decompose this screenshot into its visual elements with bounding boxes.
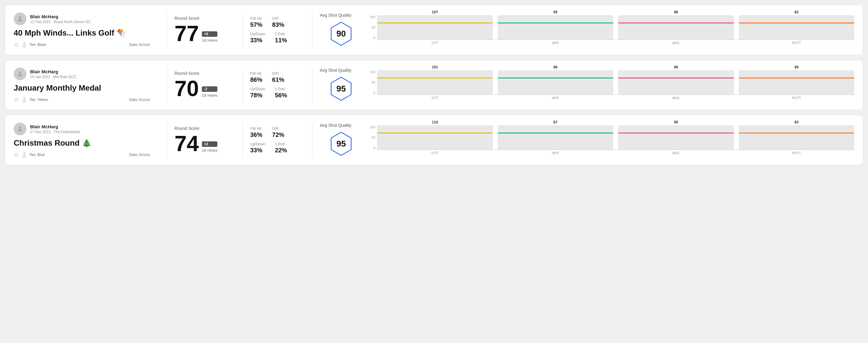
stats-section: FW Hit 36% GIR 72% Up/Down 33% 1 Putt 22… (250, 126, 305, 154)
quality-label: Avg Shot Quality (320, 13, 351, 18)
data-source: Data: Arccos (129, 42, 150, 47)
section-divider-2 (243, 12, 243, 48)
section-divider-3 (312, 123, 313, 157)
tee-info: Tee: Blue Data: Arccos (14, 152, 150, 157)
score-label: Round Score (175, 126, 235, 131)
weather-icon (14, 97, 19, 102)
section-divider-2 (243, 67, 243, 102)
score-row: 77 +5 18 Holes (175, 23, 235, 44)
quality-section: Avg Shot Quality 95 (320, 123, 363, 157)
oneputt-value: 11% (275, 37, 287, 44)
fw-hit-stat: FW Hit 57% (250, 17, 262, 28)
svg-point-2 (19, 71, 21, 74)
bar-group: 95 (618, 120, 734, 150)
oneputt-label: 1 Putt (275, 32, 287, 36)
section-divider-3 (312, 67, 313, 102)
hexagon-container: 90 (328, 20, 355, 48)
round-title: 40 Mph Winds... Links Golf 🪁 (14, 28, 150, 38)
updown-value: 33% (250, 147, 265, 154)
player-info: Blair McHarg 12 Feb 2022 · Royal North D… (14, 12, 150, 25)
player-date-course: 27 Dec 2021 · The Oxfordshire (30, 130, 80, 134)
hex-score: 95 (336, 84, 346, 94)
bar-group: 107 (377, 10, 493, 39)
holes-label: 18 Holes (202, 38, 217, 42)
gir-label: GIR (272, 126, 284, 131)
weather-icon (14, 152, 19, 157)
score-label: Round Score (175, 16, 235, 21)
score-row: 74 +2 18 Holes (175, 132, 235, 154)
stats-row-2: Up/Down 78% 1 Putt 56% (250, 87, 305, 99)
updown-value: 33% (250, 37, 265, 44)
oneputt-label: 1 Putt (275, 142, 287, 146)
player-info: Blair McHarg 29 Jan 2022 · Mill Ride GCC (14, 67, 150, 80)
bar-group: 110 (377, 120, 493, 150)
tee-label: Tee: Yellow (30, 98, 48, 102)
avatar (14, 123, 26, 135)
player-name: Blair McHarg (30, 14, 91, 19)
fw-hit-stat: FW Hit 86% (250, 71, 262, 83)
fw-hit-value: 36% (250, 131, 262, 138)
hex-score: 90 (336, 29, 346, 39)
section-divider-1 (167, 123, 167, 157)
svg-point-1 (15, 43, 18, 46)
updown-label: Up/Down (250, 87, 265, 91)
left-section: Blair McHarg 29 Jan 2022 · Mill Ride GCC… (14, 67, 160, 102)
score-badge-col: -2 18 Holes (202, 86, 217, 98)
holes-label: 18 Holes (202, 148, 217, 153)
oneputt-value: 56% (275, 92, 287, 99)
tee-info: Tee: Black Data: Arccos (14, 42, 150, 48)
bar-group: 99 (739, 65, 854, 95)
bar-group: 95 (498, 10, 613, 39)
updown-stat: Up/Down 33% (250, 32, 265, 44)
score-diff-badge: -2 (202, 86, 217, 92)
quality-label: Avg Shot Quality (320, 123, 351, 128)
avatar (14, 12, 26, 25)
gir-label: GIR (272, 71, 284, 76)
svg-point-3 (15, 98, 18, 101)
quality-section: Avg Shot Quality 95 (320, 68, 363, 102)
stats-row-2: Up/Down 33% 1 Putt 22% (250, 142, 305, 154)
svg-point-4 (19, 126, 21, 129)
fw-hit-value: 57% (250, 21, 262, 28)
svg-point-5 (15, 154, 18, 156)
player-name: Blair McHarg (30, 69, 76, 74)
score-badge-col: +2 18 Holes (202, 142, 217, 153)
oneputt-stat: 1 Putt 56% (275, 87, 287, 99)
data-source: Data: Arccos (129, 98, 150, 102)
section-divider-2 (243, 123, 243, 157)
fw-hit-label: FW Hit (250, 126, 262, 131)
fw-hit-value: 86% (250, 76, 262, 83)
score-section: Round Score 70 -2 18 Holes (175, 71, 235, 99)
gir-stat: GIR 83% (272, 17, 284, 28)
bar-group: 96 (618, 65, 734, 95)
left-section: Blair McHarg 27 Dec 2021 · The Oxfordshi… (14, 123, 160, 157)
bar-group: 87 (498, 120, 613, 150)
score-row: 70 -2 18 Holes (175, 77, 235, 99)
round-card-2: Blair McHarg 29 Jan 2022 · Mill Ride GCC… (5, 60, 863, 110)
holes-label: 18 Holes (202, 93, 217, 98)
chart-section: 100 50 0 110879593OTTAPPARGPUTT (370, 125, 854, 155)
left-section: Blair McHarg 12 Feb 2022 · Royal North D… (14, 12, 160, 48)
player-name: Blair McHarg (30, 124, 80, 129)
stats-row-1: FW Hit 36% GIR 72% (250, 126, 305, 138)
score-label: Round Score (175, 71, 235, 76)
tee-label: Tee: Blue (30, 153, 45, 157)
bar-group: 101 (377, 65, 493, 95)
oneputt-value: 22% (275, 147, 287, 154)
gir-stat: GIR 72% (272, 126, 284, 138)
score-section: Round Score 77 +5 18 Holes (175, 16, 235, 44)
stats-section: FW Hit 57% GIR 83% Up/Down 33% 1 Putt 11… (250, 17, 305, 44)
svg-point-0 (19, 17, 21, 19)
gir-value: 61% (272, 76, 284, 83)
score-diff-badge: +2 (202, 142, 217, 147)
oneputt-stat: 1 Putt 11% (275, 32, 287, 44)
player-date-course: 29 Jan 2022 · Mill Ride GCC (30, 75, 76, 79)
section-divider-1 (167, 67, 167, 102)
tee-label: Tee: Black (30, 42, 46, 47)
tee-icon (22, 152, 27, 157)
round-card-3: Blair McHarg 27 Dec 2021 · The Oxfordshi… (5, 115, 863, 165)
updown-label: Up/Down (250, 142, 265, 146)
score-number: 77 (175, 23, 199, 44)
score-diff-badge: +5 (202, 31, 217, 37)
bar-group: 86 (498, 65, 613, 95)
